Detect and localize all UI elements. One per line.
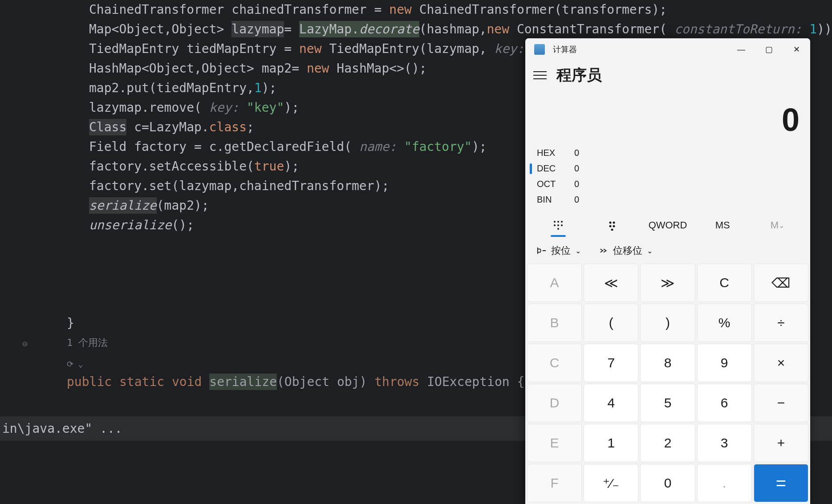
svg-point-5 <box>561 224 563 226</box>
maximize-button[interactable]: ▢ <box>755 38 783 61</box>
bit-operations-row: 按位 ⌄ 位移位 ⌄ <box>525 238 810 262</box>
keypad-mode-icon[interactable] <box>531 213 585 238</box>
svg-point-11 <box>611 229 613 231</box>
svg-point-8 <box>613 222 615 224</box>
key-)[interactable]: ) <box>640 304 695 342</box>
key-1[interactable]: 1 <box>584 424 638 462</box>
key-≫[interactable]: ≫ <box>640 264 695 302</box>
key-−[interactable]: − <box>754 384 808 422</box>
key-A: A <box>527 264 582 302</box>
bitshift-dropdown[interactable]: 位移位 ⌄ <box>599 244 653 257</box>
key-÷[interactable]: ÷ <box>754 304 808 342</box>
bitwise-dropdown[interactable]: 按位 ⌄ <box>537 244 581 257</box>
svg-point-9 <box>609 225 611 228</box>
calculator-titlebar[interactable]: 计算器 — ▢ ✕ <box>525 38 810 61</box>
calculator-app-icon <box>534 44 545 55</box>
svg-point-3 <box>554 224 556 226</box>
key-≪[interactable]: ≪ <box>584 264 638 302</box>
calculator-window: 计算器 — ▢ ✕ 程序员 0 HEX0DEC0OCT0BIN0 QWORD M… <box>525 38 810 504</box>
calculator-mode-label[interactable]: 程序员 <box>556 65 602 85</box>
key-C[interactable]: C <box>697 264 752 302</box>
code-line: Map<Object,Object> lazymap= LazyMap.deco… <box>27 20 832 39</box>
svg-point-2 <box>561 221 563 223</box>
key-4[interactable]: 4 <box>584 384 638 422</box>
key-E: E <box>527 424 582 462</box>
svg-point-7 <box>609 222 611 224</box>
key-+[interactable]: + <box>754 424 808 462</box>
number-base-list: HEX0DEC0OCT0BIN0 <box>525 142 810 210</box>
key-%[interactable]: % <box>697 304 752 342</box>
base-row-hex[interactable]: HEX0 <box>529 145 807 161</box>
key-⌫[interactable]: ⌫ <box>754 264 808 302</box>
base-row-dec[interactable]: DEC0 <box>529 161 807 176</box>
base-row-oct[interactable]: OCT0 <box>529 176 807 192</box>
key-7[interactable]: 7 <box>584 344 638 382</box>
key-9[interactable]: 9 <box>697 344 752 382</box>
memory-store-button[interactable]: MS <box>695 213 750 238</box>
key-2[interactable]: 2 <box>640 424 695 462</box>
calculator-display: 0 <box>525 88 810 142</box>
key-D: D <box>527 384 582 422</box>
base-row-bin[interactable]: BIN0 <box>529 192 807 207</box>
key-5[interactable]: 5 <box>640 384 695 422</box>
key-([interactable]: ( <box>584 304 638 342</box>
close-button[interactable]: ✕ <box>783 38 810 61</box>
fold-marker-icon[interactable]: ⊖ <box>22 334 28 354</box>
key-.: . <box>697 464 752 502</box>
svg-point-6 <box>557 228 559 230</box>
menu-icon[interactable] <box>533 71 547 79</box>
key-6[interactable]: 6 <box>697 384 752 422</box>
key-⁺∕₋[interactable]: ⁺∕₋ <box>584 464 638 502</box>
key-×[interactable]: × <box>754 344 808 382</box>
key-F: F <box>527 464 582 502</box>
minimize-button[interactable]: — <box>727 38 755 61</box>
calculator-keypad: A≪≫C⌫B()%÷C789×D456−E123+F⁺∕₋0.= <box>525 262 810 504</box>
calculator-toolbar: QWORD MS M⌄ <box>525 210 810 238</box>
key-0[interactable]: 0 <box>640 464 695 502</box>
calculator-title: 计算器 <box>553 44 577 55</box>
key-3[interactable]: 3 <box>697 424 752 462</box>
key-C: C <box>527 344 582 382</box>
key-=[interactable]: = <box>754 464 808 502</box>
svg-point-4 <box>557 224 559 226</box>
bit-toggle-mode-icon[interactable] <box>585 213 640 238</box>
svg-point-10 <box>613 225 615 228</box>
svg-point-1 <box>557 221 559 223</box>
code-line: ChainedTransformer chainedTransformer = … <box>27 0 832 20</box>
memory-dropdown-button[interactable]: M⌄ <box>750 213 805 238</box>
svg-point-0 <box>554 221 556 223</box>
key-8[interactable]: 8 <box>640 344 695 382</box>
key-B: B <box>527 304 582 342</box>
word-size-button[interactable]: QWORD <box>640 213 695 238</box>
